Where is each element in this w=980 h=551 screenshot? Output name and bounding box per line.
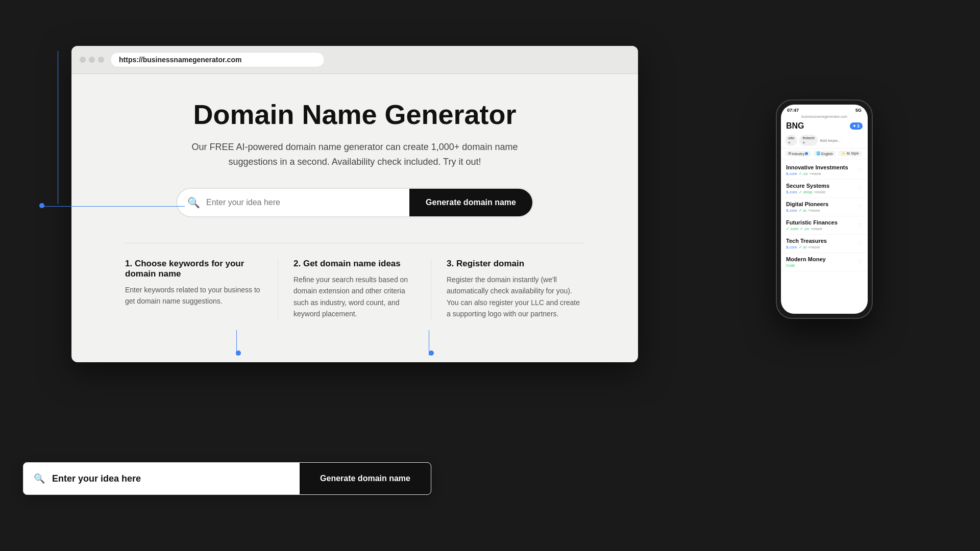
search-input-area: 🔍 <box>177 189 409 216</box>
dot-green <box>98 57 104 63</box>
search-input[interactable] <box>206 198 399 207</box>
generate-domain-button[interactable]: Generate domain name <box>409 189 532 216</box>
result-info: Digital Pioneers $.com ✓.io +more <box>786 201 828 213</box>
heart-badge: ♥ 3 <box>850 122 863 130</box>
dot-yellow <box>89 57 95 63</box>
line-horizontal-left <box>42 206 185 207</box>
phone-signal: 5G <box>855 108 862 113</box>
result-name: Secure Systems <box>786 183 829 189</box>
browser-dots <box>80 57 104 63</box>
browser-window: https://businessnamegenerator.com Domain… <box>71 46 638 362</box>
result-tags: ✓.com ✓.co +more <box>786 227 838 231</box>
filter-icon: ⚙ <box>788 152 791 156</box>
floating-search-area: 🔍 Enter your idea here <box>23 463 300 494</box>
phone-mockup: 07:47 5G businessnamegenerator.com BNG ♥… <box>776 99 873 319</box>
result-tags: $.com ✓.shop +more <box>786 190 829 194</box>
list-item[interactable]: Tech Treasures $.com ✓.io +more ♡ <box>781 235 868 253</box>
page-title: Domain Name Generator <box>92 99 618 130</box>
step-2-title: 2. Get domain name ideas <box>293 259 415 269</box>
language-icon: 🌐 <box>816 152 821 156</box>
corner-dot-bottom-right <box>429 350 434 356</box>
steps-grid: 1. Choose keywords for your domain name … <box>125 243 584 320</box>
phone-search-row[interactable]: site × fintech × → <box>781 133 868 148</box>
list-item[interactable]: Futuristic Finances ✓.com ✓.co +more ♡ <box>781 216 868 235</box>
result-info: Tech Treasures $.com ✓.io +more <box>786 238 827 249</box>
result-name: Tech Treasures <box>786 238 827 244</box>
browser-content: Domain Name Generator Our FREE AI-powere… <box>71 74 638 345</box>
step-1-desc: Enter keywords related to your business … <box>125 284 262 307</box>
step-2-desc: Refine your search results based on doma… <box>293 274 415 320</box>
line-vertical-bottom-left <box>236 330 237 356</box>
result-info: Secure Systems $.com ✓.shop +more <box>786 183 829 194</box>
step-1: 1. Choose keywords for your domain name … <box>125 259 278 320</box>
result-name: Innovative Investments <box>786 164 848 170</box>
phone-status-bar: 07:47 5G <box>781 105 868 114</box>
phone-time: 07:47 <box>787 108 799 113</box>
page-subtitle: Our FREE AI-powered domain name generato… <box>181 140 528 169</box>
favorite-icon[interactable]: ♡ <box>857 240 863 247</box>
phone-url-bar: businessnamegenerator.com <box>781 114 868 119</box>
com-label: CoM <box>786 263 795 268</box>
phone-app-header: BNG ♥ 3 <box>781 119 868 133</box>
url-bar[interactable]: https://businessnamegenerator.com <box>110 52 325 67</box>
browser-chrome: https://businessnamegenerator.com <box>71 46 638 74</box>
search-icon: 🔍 <box>187 196 200 209</box>
dot-red <box>80 57 86 63</box>
favorite-icon[interactable]: ♡ <box>857 185 863 192</box>
list-item[interactable]: Digital Pioneers $.com ✓.io +more ♡ <box>781 198 868 216</box>
phone-results-list: Innovative Investments $.com ✓.co +more … <box>781 159 868 314</box>
result-tags: $.com ✓.co +more <box>786 171 848 176</box>
industry-active-dot <box>805 152 808 155</box>
step-3-desc: Register the domain instantly (we'll aut… <box>447 274 584 320</box>
floating-search-icon: 🔍 <box>34 473 45 484</box>
step-2: 2. Get domain name ideas Refine your sea… <box>278 259 431 320</box>
result-info: Modern Money CoM <box>786 256 826 268</box>
phone-filters: ⚙ Industry 🌐 English ✨ AI Style <box>781 148 868 159</box>
list-item[interactable]: Secure Systems $.com ✓.shop +more ♡ <box>781 180 868 198</box>
result-info: Futuristic Finances ✓.com ✓.co +more <box>786 219 838 231</box>
step-3: 3. Register domain Register the domain i… <box>431 259 584 320</box>
floating-search-bar[interactable]: 🔍 Enter your idea here Generate domain n… <box>23 462 431 495</box>
result-name: Digital Pioneers <box>786 201 828 207</box>
result-info: Innovative Investments $.com ✓.co +more <box>786 164 848 176</box>
favorite-icon[interactable]: ♡ <box>857 167 863 174</box>
floating-generate-button[interactable]: Generate domain name <box>300 463 431 494</box>
filter-ai-style[interactable]: ✨ AI Style <box>838 151 862 157</box>
filter-english[interactable]: 🌐 English <box>813 151 836 157</box>
search-bar[interactable]: 🔍 Generate domain name <box>176 188 533 217</box>
result-name: Modern Money <box>786 256 826 262</box>
line-vertical-left <box>58 51 58 204</box>
step-3-title: 3. Register domain <box>447 259 584 269</box>
result-tags: CoM <box>786 263 826 268</box>
phone-keyword-input[interactable] <box>820 138 868 143</box>
step-1-title: 1. Choose keywords for your domain name <box>125 259 262 279</box>
line-vertical-bottom-right <box>429 330 429 356</box>
floating-placeholder-text: Enter your idea here <box>52 473 141 484</box>
result-name: Futuristic Finances <box>786 219 838 226</box>
favorite-icon[interactable]: ♡ <box>857 204 863 211</box>
tag-site[interactable]: site × <box>785 135 797 146</box>
corner-dot-top-left <box>39 203 44 208</box>
favorite-icon[interactable]: ♡ <box>857 259 863 266</box>
list-item[interactable]: Modern Money CoM ♡ <box>781 253 868 271</box>
phone-screen: 07:47 5G businessnamegenerator.com BNG ♥… <box>781 105 868 314</box>
filter-industry[interactable]: ⚙ Industry <box>785 151 811 157</box>
tag-fintech[interactable]: fintech × <box>799 135 818 146</box>
result-tags: $.com ✓.io +more <box>786 208 828 213</box>
result-tags: $.com ✓.io +more <box>786 245 827 249</box>
list-item[interactable]: Innovative Investments $.com ✓.co +more … <box>781 161 868 180</box>
bng-logo: BNG <box>786 121 804 131</box>
favorite-icon[interactable]: ♡ <box>857 222 863 229</box>
